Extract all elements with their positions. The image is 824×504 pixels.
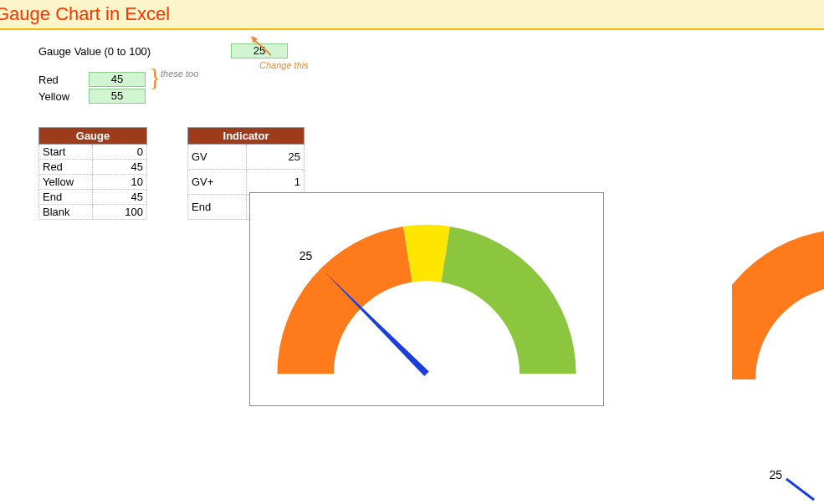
gauge-value-row: Gauge Value (0 to 100) 25 [38, 43, 824, 59]
table-row: Start0 [39, 145, 147, 160]
gauge-table: Gauge Start0 Red45 Yellow10 End45 Blank1… [38, 127, 147, 220]
yellow-label: Yellow [38, 90, 89, 103]
second-gauge-partial [732, 212, 824, 379]
gauge-segment-green [441, 227, 576, 374]
gauge-table-header: Gauge [39, 128, 147, 145]
second-needle-label: 25 [769, 468, 782, 481]
gauge-segment-red [277, 227, 412, 374]
red-input[interactable]: 45 [89, 72, 146, 87]
gauge-value-label: Gauge Value (0 to 100) [38, 45, 189, 58]
svg-line-2 [786, 479, 814, 500]
gauge-chart: 25 [249, 192, 604, 406]
brace-icon: } [149, 61, 161, 93]
second-needle-icon [782, 476, 816, 501]
table-row: GV+1 [188, 170, 305, 195]
content-area: Gauge Value (0 to 100) 25 Change this Re… [0, 30, 824, 220]
table-row: Red45 [39, 160, 147, 175]
page-title: Gauge Chart in Excel [0, 3, 170, 25]
these-too-annotation: these too [161, 69, 198, 79]
indicator-table-header: Indicator [188, 128, 305, 145]
red-label: Red [38, 74, 89, 86]
gauge-svg [250, 193, 603, 405]
table-row: Blank100 [39, 205, 147, 220]
table-row: GV25 [188, 145, 305, 170]
header-banner: Gauge Chart in Excel [0, 0, 824, 30]
needle-value-label: 25 [299, 249, 313, 262]
yellow-input[interactable]: 55 [89, 89, 146, 104]
arrow-icon [246, 33, 279, 64]
change-this-annotation: Change this [259, 60, 309, 70]
table-row: End45 [39, 190, 147, 205]
table-row: Yellow10 [39, 175, 147, 190]
